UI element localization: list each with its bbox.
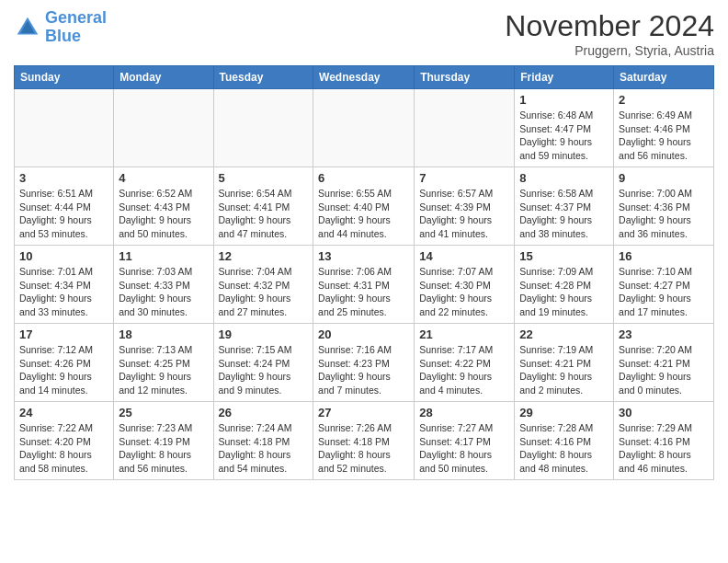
calendar-cell: 2Sunrise: 6:49 AMSunset: 4:46 PMDaylight… xyxy=(614,89,714,167)
day-info: Sunrise: 6:55 AMSunset: 4:40 PMDaylight:… xyxy=(318,187,409,241)
day-number: 20 xyxy=(318,327,409,341)
day-info: Sunrise: 7:20 AMSunset: 4:21 PMDaylight:… xyxy=(619,343,709,397)
day-number: 21 xyxy=(419,327,509,341)
page-header: General Blue November 2024 Pruggern, Sty… xyxy=(14,9,714,58)
calendar-cell: 21Sunrise: 7:17 AMSunset: 4:22 PMDayligh… xyxy=(415,324,515,402)
day-number: 29 xyxy=(519,406,609,419)
calendar-cell: 26Sunrise: 7:24 AMSunset: 4:18 PMDayligh… xyxy=(213,402,313,480)
day-number: 3 xyxy=(19,171,108,185)
week-row-4: 17Sunrise: 7:12 AMSunset: 4:26 PMDayligh… xyxy=(15,324,714,402)
logo-line1: General xyxy=(45,8,107,27)
calendar-cell: 27Sunrise: 7:26 AMSunset: 4:18 PMDayligh… xyxy=(313,402,415,480)
day-number: 25 xyxy=(119,406,208,419)
calendar-cell: 11Sunrise: 7:03 AMSunset: 4:33 PMDayligh… xyxy=(114,246,213,324)
location-subtitle: Pruggern, Styria, Austria xyxy=(505,43,714,58)
weekday-header-tuesday: Tuesday xyxy=(213,66,313,89)
day-number: 23 xyxy=(619,327,709,341)
calendar-cell xyxy=(313,89,415,167)
week-row-3: 10Sunrise: 7:01 AMSunset: 4:34 PMDayligh… xyxy=(15,246,714,324)
day-number: 14 xyxy=(419,249,509,263)
day-info: Sunrise: 7:17 AMSunset: 4:22 PMDaylight:… xyxy=(419,343,509,397)
day-info: Sunrise: 6:54 AMSunset: 4:41 PMDaylight:… xyxy=(219,187,309,241)
calendar-cell xyxy=(213,89,313,167)
calendar-cell: 14Sunrise: 7:07 AMSunset: 4:30 PMDayligh… xyxy=(415,246,515,324)
day-info: Sunrise: 6:51 AMSunset: 4:44 PMDaylight:… xyxy=(19,187,108,241)
calendar-cell: 9Sunrise: 7:00 AMSunset: 4:36 PMDaylight… xyxy=(614,167,714,246)
day-info: Sunrise: 7:28 AMSunset: 4:16 PMDaylight:… xyxy=(519,421,609,476)
day-number: 11 xyxy=(119,249,208,263)
weekday-header-monday: Monday xyxy=(114,66,213,89)
calendar-cell xyxy=(15,89,114,167)
calendar-cell: 6Sunrise: 6:55 AMSunset: 4:40 PMDaylight… xyxy=(313,167,415,246)
logo-line2: Blue xyxy=(45,28,107,46)
calendar-cell: 25Sunrise: 7:23 AMSunset: 4:19 PMDayligh… xyxy=(114,402,213,480)
day-info: Sunrise: 7:06 AMSunset: 4:31 PMDaylight:… xyxy=(318,265,409,319)
day-number: 4 xyxy=(119,171,208,185)
day-info: Sunrise: 7:22 AMSunset: 4:20 PMDaylight:… xyxy=(19,421,108,476)
calendar-cell: 18Sunrise: 7:13 AMSunset: 4:25 PMDayligh… xyxy=(114,324,213,402)
day-number: 10 xyxy=(19,249,108,263)
main-container: General Blue November 2024 Pruggern, Sty… xyxy=(0,0,728,489)
calendar-cell: 30Sunrise: 7:29 AMSunset: 4:16 PMDayligh… xyxy=(614,402,714,480)
day-info: Sunrise: 7:27 AMSunset: 4:17 PMDaylight:… xyxy=(419,421,509,476)
day-number: 26 xyxy=(219,406,309,419)
calendar-cell: 16Sunrise: 7:10 AMSunset: 4:27 PMDayligh… xyxy=(614,246,714,324)
day-info: Sunrise: 7:09 AMSunset: 4:28 PMDaylight:… xyxy=(519,265,609,319)
day-number: 7 xyxy=(419,171,509,185)
day-info: Sunrise: 7:01 AMSunset: 4:34 PMDaylight:… xyxy=(19,265,108,319)
month-title: November 2024 xyxy=(505,9,714,43)
day-number: 19 xyxy=(219,327,309,341)
calendar-cell: 5Sunrise: 6:54 AMSunset: 4:41 PMDaylight… xyxy=(213,167,313,246)
title-block: November 2024 Pruggern, Styria, Austria xyxy=(505,9,714,58)
calendar-cell: 19Sunrise: 7:15 AMSunset: 4:24 PMDayligh… xyxy=(213,324,313,402)
calendar-cell: 7Sunrise: 6:57 AMSunset: 4:39 PMDaylight… xyxy=(415,167,515,246)
day-info: Sunrise: 7:23 AMSunset: 4:19 PMDaylight:… xyxy=(119,421,208,476)
day-info: Sunrise: 7:04 AMSunset: 4:32 PMDaylight:… xyxy=(219,265,309,319)
day-info: Sunrise: 7:03 AMSunset: 4:33 PMDaylight:… xyxy=(119,265,208,319)
calendar-cell xyxy=(415,89,515,167)
calendar-cell: 15Sunrise: 7:09 AMSunset: 4:28 PMDayligh… xyxy=(515,246,614,324)
logo-text: General Blue xyxy=(45,9,107,46)
calendar-cell: 17Sunrise: 7:12 AMSunset: 4:26 PMDayligh… xyxy=(15,324,114,402)
day-number: 13 xyxy=(318,249,409,263)
day-number: 28 xyxy=(419,406,509,419)
day-number: 1 xyxy=(519,93,609,107)
day-number: 16 xyxy=(619,249,709,263)
calendar-cell: 3Sunrise: 6:51 AMSunset: 4:44 PMDaylight… xyxy=(15,167,114,246)
day-info: Sunrise: 7:15 AMSunset: 4:24 PMDaylight:… xyxy=(219,343,309,397)
calendar-table: SundayMondayTuesdayWednesdayThursdayFrid… xyxy=(14,65,714,480)
calendar-cell: 13Sunrise: 7:06 AMSunset: 4:31 PMDayligh… xyxy=(313,246,415,324)
calendar-cell: 20Sunrise: 7:16 AMSunset: 4:23 PMDayligh… xyxy=(313,324,415,402)
day-info: Sunrise: 7:24 AMSunset: 4:18 PMDaylight:… xyxy=(219,421,309,476)
calendar-cell: 23Sunrise: 7:20 AMSunset: 4:21 PMDayligh… xyxy=(614,324,714,402)
day-info: Sunrise: 7:29 AMSunset: 4:16 PMDaylight:… xyxy=(619,421,709,476)
calendar-cell: 1Sunrise: 6:48 AMSunset: 4:47 PMDaylight… xyxy=(515,89,614,167)
week-row-5: 24Sunrise: 7:22 AMSunset: 4:20 PMDayligh… xyxy=(15,402,714,480)
calendar-cell: 24Sunrise: 7:22 AMSunset: 4:20 PMDayligh… xyxy=(15,402,114,480)
day-info: Sunrise: 7:12 AMSunset: 4:26 PMDaylight:… xyxy=(19,343,108,397)
calendar-cell: 29Sunrise: 7:28 AMSunset: 4:16 PMDayligh… xyxy=(515,402,614,480)
day-info: Sunrise: 7:16 AMSunset: 4:23 PMDaylight:… xyxy=(318,343,409,397)
day-info: Sunrise: 7:10 AMSunset: 4:27 PMDaylight:… xyxy=(619,265,709,319)
day-number: 5 xyxy=(219,171,309,185)
day-number: 30 xyxy=(619,406,709,419)
day-number: 24 xyxy=(19,406,108,419)
weekday-header-row: SundayMondayTuesdayWednesdayThursdayFrid… xyxy=(15,66,714,89)
day-info: Sunrise: 6:49 AMSunset: 4:46 PMDaylight:… xyxy=(619,109,709,163)
week-row-2: 3Sunrise: 6:51 AMSunset: 4:44 PMDaylight… xyxy=(15,167,714,246)
calendar-cell: 4Sunrise: 6:52 AMSunset: 4:43 PMDaylight… xyxy=(114,167,213,246)
day-info: Sunrise: 6:58 AMSunset: 4:37 PMDaylight:… xyxy=(519,187,609,241)
day-info: Sunrise: 6:48 AMSunset: 4:47 PMDaylight:… xyxy=(519,109,609,163)
day-number: 22 xyxy=(519,327,609,341)
day-info: Sunrise: 7:19 AMSunset: 4:21 PMDaylight:… xyxy=(519,343,609,397)
calendar-cell: 12Sunrise: 7:04 AMSunset: 4:32 PMDayligh… xyxy=(213,246,313,324)
logo: General Blue xyxy=(14,9,107,46)
calendar-cell: 28Sunrise: 7:27 AMSunset: 4:17 PMDayligh… xyxy=(415,402,515,480)
weekday-header-wednesday: Wednesday xyxy=(313,66,415,89)
calendar-cell: 10Sunrise: 7:01 AMSunset: 4:34 PMDayligh… xyxy=(15,246,114,324)
day-number: 2 xyxy=(619,93,709,107)
day-info: Sunrise: 7:13 AMSunset: 4:25 PMDaylight:… xyxy=(119,343,208,397)
day-number: 17 xyxy=(19,327,108,341)
weekday-header-thursday: Thursday xyxy=(415,66,515,89)
day-number: 9 xyxy=(619,171,709,185)
